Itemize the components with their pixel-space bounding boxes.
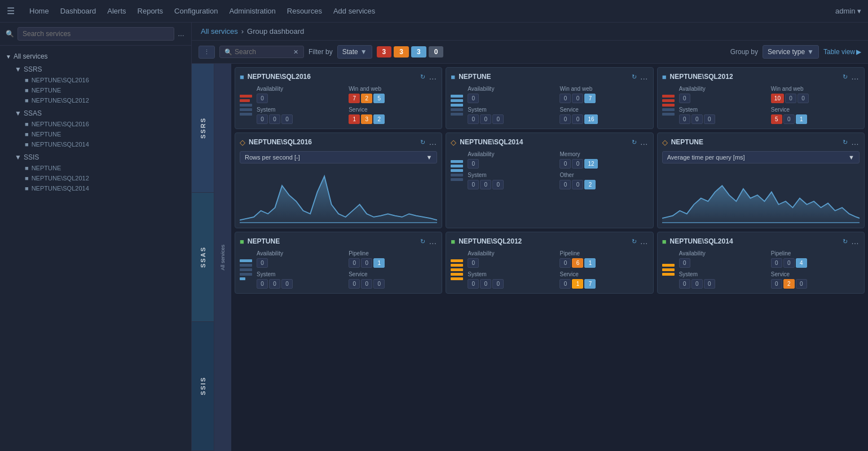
- card-menu-icon[interactable]: …: [640, 72, 649, 81]
- stat-val-blue: 1: [796, 114, 807, 124]
- card-menu-icon[interactable]: …: [429, 138, 437, 147]
- sidebar-item-ssrs-neptune[interactable]: ■ NEPTUNE: [9, 85, 191, 95]
- state-filter-label: State: [342, 48, 358, 56]
- service-type-label: Service type: [768, 48, 805, 56]
- service-type-dropdown[interactable]: Service type ▼: [763, 45, 819, 59]
- card-menu-icon[interactable]: …: [429, 237, 437, 246]
- chart-metric-dropdown[interactable]: Rows per second [-] ▼: [240, 151, 437, 163]
- stat-val: 0: [797, 94, 809, 103]
- refresh-icon[interactable]: ↻: [843, 73, 848, 81]
- stat-label: System: [257, 107, 345, 113]
- badge-unknown[interactable]: 0: [429, 46, 444, 58]
- sidebar-item-ssas-sql2016[interactable]: ■ NEPTUNE\SQL2016: [9, 119, 191, 129]
- grid-icon: ⋮: [204, 48, 210, 55]
- all-services-vtab[interactable]: All services: [214, 64, 231, 451]
- sidebar-search-bar: 🔍 …: [0, 23, 191, 46]
- stat-val: 0: [468, 258, 479, 268]
- search-input[interactable]: [235, 48, 291, 56]
- sidebar-item-ssis-sql2014[interactable]: ■ NEPTUNE\SQL2014: [9, 183, 191, 193]
- stat-val: 0: [704, 279, 715, 289]
- card-menu-icon[interactable]: …: [851, 237, 860, 246]
- nav-alerts[interactable]: Alerts: [107, 7, 126, 15]
- bar: [240, 108, 252, 111]
- card-menu-icon[interactable]: …: [640, 138, 649, 147]
- refresh-icon[interactable]: ↻: [632, 73, 637, 81]
- bar: [451, 273, 463, 276]
- stats-grid: Availability 0 Pipeline 0: [679, 250, 860, 289]
- sidebar-item-ssis-neptune[interactable]: ■ NEPTUNE: [9, 163, 191, 173]
- refresh-icon[interactable]: ↻: [420, 139, 425, 146]
- sidebar-item-ssrs-sql2012[interactable]: ■ NEPTUNE\SQL2012: [9, 95, 191, 105]
- card-left-bars: [662, 250, 676, 289]
- bar: [451, 113, 463, 116]
- sidebar-item-ssis-sql2012[interactable]: ■ NEPTUNE\SQL2012: [9, 173, 191, 183]
- stat-val: 0: [480, 279, 491, 289]
- nav-add-services[interactable]: Add services: [333, 7, 375, 15]
- stat-val: 0: [349, 279, 360, 289]
- clear-search-icon[interactable]: ✕: [293, 48, 298, 56]
- table-view-link[interactable]: Table view ▶: [823, 48, 861, 56]
- stat-label: System: [468, 107, 556, 113]
- tree-all-services-label[interactable]: ▼ All services: [0, 50, 191, 63]
- state-filter-dropdown[interactable]: State ▼: [337, 45, 372, 59]
- card-ssis-sql2012: ■ NEPTUNE\SQL2012 ↻ …: [446, 232, 653, 294]
- admin-menu[interactable]: admin ▾: [835, 7, 861, 15]
- search-box: 🔍 ✕: [219, 46, 304, 58]
- card-ssrs-neptune: ■ NEPTUNE ↻ …: [446, 67, 653, 129]
- nav-resources[interactable]: Resources: [287, 7, 322, 15]
- card-menu-icon[interactable]: …: [851, 72, 860, 81]
- tab-ssas[interactable]: SSAS: [192, 193, 214, 322]
- badge-info[interactable]: 3: [411, 46, 426, 58]
- stat-val: 0: [572, 180, 583, 189]
- stats-grid: Availability 0 Pipeline 0: [257, 250, 437, 289]
- stat-availability: Availability 0: [679, 86, 768, 103]
- nav-dashboard[interactable]: Dashboard: [60, 7, 96, 15]
- badge-critical[interactable]: 3: [377, 46, 392, 58]
- stat-val: 0: [257, 258, 268, 268]
- breadcrumb-all-services[interactable]: All services: [201, 27, 238, 36]
- nav-configuration[interactable]: Configuration: [174, 7, 218, 15]
- stat-val: 0: [468, 180, 479, 189]
- sidebar-item-ssas-sql2014[interactable]: ■ NEPTUNE\SQL2014: [9, 139, 191, 149]
- refresh-icon[interactable]: ↻: [632, 139, 637, 146]
- refresh-icon[interactable]: ↻: [420, 238, 425, 245]
- refresh-icon[interactable]: ↻: [843, 238, 848, 245]
- grid-view-button[interactable]: ⋮: [199, 46, 215, 59]
- sidebar-search-input[interactable]: [17, 27, 174, 41]
- breadcrumb-separator: ›: [241, 27, 244, 36]
- card-title: NEPTUNE\SQL2014: [460, 138, 628, 146]
- stat-service: Service 0 1 7: [559, 271, 648, 289]
- card-stats: Availability 0 Pipeline 0: [468, 250, 648, 289]
- hamburger-icon[interactable]: ☰: [7, 6, 15, 16]
- bar: [451, 95, 463, 98]
- sidebar-item-ssas-neptune[interactable]: ■ NEPTUNE: [9, 129, 191, 139]
- stat-label: System: [679, 271, 768, 277]
- ssas-card-icon: ◇: [240, 138, 245, 147]
- card-menu-icon[interactable]: …: [429, 72, 437, 81]
- tree-ssrs-label[interactable]: ▼ SSRS: [9, 64, 191, 75]
- refresh-icon[interactable]: ↻: [420, 73, 425, 81]
- sidebar-more-icon[interactable]: …: [178, 30, 186, 38]
- chart-metric-dropdown[interactable]: Average time per query [ms] ▼: [662, 151, 860, 163]
- bar: [451, 268, 463, 271]
- tree-ssas-label[interactable]: ▼ SSAS: [9, 108, 191, 119]
- tree-ssis-label[interactable]: ▼ SSIS: [9, 152, 191, 163]
- stat-service: Service 0 0 0: [349, 271, 437, 289]
- stat-values: 0: [468, 159, 556, 169]
- stat-val: 0: [257, 114, 268, 124]
- refresh-icon[interactable]: ↻: [843, 139, 848, 146]
- card-menu-icon[interactable]: …: [851, 138, 860, 147]
- refresh-icon[interactable]: ↻: [632, 238, 637, 245]
- nav-administration[interactable]: Administration: [229, 7, 275, 15]
- chevron-down-icon: ▼: [360, 48, 367, 56]
- bar: [451, 165, 463, 167]
- sidebar-item-ssrs-sql2016[interactable]: ■ NEPTUNE\SQL2016: [9, 75, 191, 85]
- tab-ssis[interactable]: SSIS: [192, 322, 214, 451]
- stat-values: 0 0 0: [679, 114, 768, 124]
- badge-warning[interactable]: 3: [394, 46, 409, 58]
- nav-home[interactable]: Home: [29, 7, 49, 15]
- tab-ssrs[interactable]: SSRS: [192, 64, 214, 193]
- nav-reports[interactable]: Reports: [138, 7, 164, 15]
- stat-val: 0: [468, 159, 479, 169]
- card-menu-icon[interactable]: …: [640, 237, 649, 246]
